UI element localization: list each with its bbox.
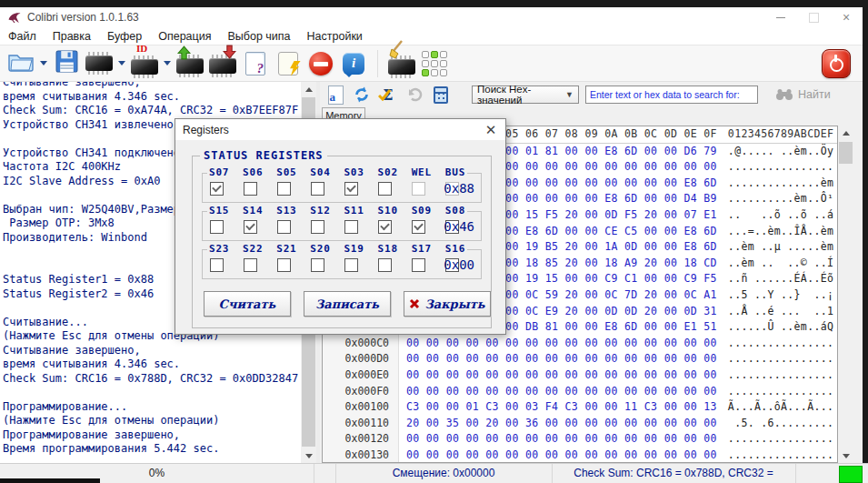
maximize-button[interactable] bbox=[797, 7, 830, 27]
test-button[interactable] bbox=[419, 46, 450, 81]
hex-ascii[interactable]: ......Û ..èm..áQ bbox=[717, 319, 833, 336]
hex-ascii[interactable]: Ã...Ã..ôÃ...Ã... bbox=[717, 399, 833, 416]
hex-ascii[interactable]: ................ bbox=[717, 431, 833, 448]
stop-button[interactable] bbox=[305, 46, 336, 81]
hex-ascii[interactable]: ..5 ..Y ..} ..¡ bbox=[717, 287, 833, 304]
dialog-close-icon[interactable]: ✕ bbox=[476, 119, 505, 140]
hex-bytes[interactable]: 00 00 00 00 00 00 00 00 00 00 00 00 00 0… bbox=[399, 431, 717, 448]
checkbox-s17[interactable] bbox=[412, 258, 425, 272]
hex-bytes[interactable]: 00 00 00 00 00 00 00 00 00 00 00 00 00 0… bbox=[399, 367, 717, 384]
script-button[interactable] bbox=[273, 46, 304, 81]
checkbox-s02[interactable] bbox=[378, 182, 392, 196]
scroll-down-icon[interactable] bbox=[838, 448, 853, 463]
chip-select-button[interactable] bbox=[84, 46, 115, 81]
hex-bytes[interactable]: 20 00 35 00 20 00 36 00 00 00 00 00 00 0… bbox=[399, 416, 717, 432]
erase-chip-button[interactable] bbox=[386, 43, 417, 84]
hex-ascii[interactable]: ................ bbox=[717, 336, 833, 352]
find-label: Найти bbox=[798, 88, 831, 101]
hex-ascii[interactable]: ..èm .. ..© ..Í bbox=[717, 256, 833, 272]
hex-ascii[interactable]: ..........èm..Ô¹ bbox=[717, 191, 833, 207]
checkbox-s03[interactable] bbox=[344, 182, 358, 196]
save-file-button[interactable] bbox=[51, 46, 82, 81]
hex-ascii[interactable]: ...=..èm..ÎÅ..èm bbox=[717, 224, 833, 240]
checkbox-s07[interactable] bbox=[210, 182, 224, 196]
hex-ascii[interactable]: ................ bbox=[717, 351, 833, 367]
hex-bytes[interactable]: 00 00 00 00 00 00 00 00 00 00 00 00 00 0… bbox=[399, 351, 717, 367]
scroll-up-icon[interactable] bbox=[838, 126, 853, 140]
hex-ascii[interactable]: .. ..õ ..õ ..á bbox=[717, 207, 833, 224]
power-icon bbox=[822, 49, 851, 78]
hex-ascii[interactable]: ................ bbox=[717, 448, 833, 463]
green-up-arrow-icon bbox=[176, 45, 192, 61]
menu-item-4[interactable]: Выбор чипа bbox=[219, 28, 298, 45]
checkbox-s11[interactable] bbox=[344, 220, 358, 234]
read-id-button[interactable]: ID bbox=[129, 43, 160, 85]
scroll-down-icon[interactable] bbox=[301, 448, 316, 463]
checkbox-s13[interactable] bbox=[277, 220, 291, 234]
checkbox-s09[interactable] bbox=[412, 220, 425, 234]
write-chip-button[interactable] bbox=[207, 44, 238, 84]
refresh-button[interactable] bbox=[352, 85, 372, 105]
checkbox-s10[interactable] bbox=[378, 220, 392, 234]
chip-select-dropdown[interactable] bbox=[116, 46, 127, 81]
hex-bytes[interactable]: 00 00 00 00 00 00 00 00 00 00 00 00 00 0… bbox=[399, 336, 717, 352]
checkbox-s12[interactable] bbox=[311, 220, 324, 234]
hex-ascii[interactable]: .5. .6......... bbox=[717, 416, 833, 432]
checkbox-s23[interactable] bbox=[210, 258, 224, 272]
checkbox-s19[interactable] bbox=[344, 258, 358, 272]
checkbox-s20[interactable] bbox=[311, 258, 324, 272]
info-button[interactable]: i bbox=[338, 46, 369, 81]
menu-item-3[interactable]: Операция bbox=[150, 28, 219, 45]
menu-item-1[interactable]: Правка bbox=[45, 28, 99, 45]
checkbox-s18[interactable] bbox=[378, 258, 392, 272]
checksum-button[interactable]: Σ bbox=[378, 85, 398, 105]
calculator-button[interactable] bbox=[431, 85, 451, 105]
hex-ascii[interactable]: .@..... ..èm..Öy bbox=[717, 144, 833, 160]
hex-ascii[interactable]: ................ bbox=[717, 159, 833, 176]
menu-item-0[interactable]: Файл bbox=[0, 28, 45, 45]
checkbox-slot bbox=[378, 182, 412, 199]
hex-ascii[interactable]: ..Å ..é ... ..1 bbox=[717, 304, 833, 320]
register-value: 0x46 bbox=[444, 219, 474, 234]
read-registers-button[interactable]: Считать bbox=[204, 291, 291, 317]
hex-bytes[interactable]: C3 00 00 01 C3 00 03 F4 C3 00 00 11 C3 0… bbox=[399, 399, 717, 416]
checkbox-s05[interactable] bbox=[277, 182, 291, 196]
hex-bytes[interactable]: 00 00 00 00 00 00 00 00 00 00 00 00 00 0… bbox=[399, 448, 717, 463]
checkbox-s14[interactable] bbox=[244, 220, 257, 234]
checkbox-s22[interactable] bbox=[244, 258, 257, 272]
scrollbar-thumb[interactable] bbox=[839, 142, 853, 164]
checkbox-s15[interactable] bbox=[210, 220, 224, 234]
close-dialog-button[interactable]: Закрыть bbox=[404, 291, 491, 317]
search-type-dropdown[interactable]: Поиск Hex-значений ▼ bbox=[472, 86, 579, 104]
chip-id-label: ID bbox=[136, 43, 147, 54]
menu-item-5[interactable]: Настройки bbox=[299, 28, 371, 45]
dialog-title-bar[interactable]: Registers ✕ bbox=[175, 119, 505, 140]
minimize-button[interactable] bbox=[764, 7, 797, 27]
read-id-dropdown[interactable] bbox=[162, 46, 173, 81]
checkbox-s04[interactable] bbox=[311, 182, 324, 196]
close-button[interactable]: × bbox=[830, 7, 863, 27]
verify-button[interactable]: ? bbox=[240, 46, 271, 81]
open-file-dropdown[interactable] bbox=[38, 46, 49, 81]
search-input[interactable] bbox=[585, 86, 758, 104]
hex-ascii[interactable]: ..èm ..µ .....èm bbox=[717, 239, 833, 256]
hex-ascii[interactable]: ..ñ ......ÉÁ..Éõ bbox=[717, 271, 833, 287]
log-line: Считывание завершено, bbox=[3, 82, 301, 90]
scroll-up-icon[interactable] bbox=[301, 82, 316, 96]
hex-ascii[interactable]: ..............èm bbox=[717, 176, 833, 192]
open-file-button[interactable] bbox=[5, 46, 36, 81]
hex-bytes[interactable]: 00 00 00 00 00 00 00 00 00 00 00 00 00 0… bbox=[399, 384, 717, 400]
checkbox-s21[interactable] bbox=[277, 258, 291, 272]
read-chip-button[interactable] bbox=[175, 44, 205, 84]
hex-ascii[interactable]: ................ bbox=[717, 367, 833, 384]
undo-disabled-icon bbox=[406, 86, 423, 103]
power-button[interactable] bbox=[821, 46, 852, 81]
encoding-button[interactable]: a bbox=[325, 85, 345, 105]
chip-icon bbox=[388, 59, 415, 75]
binoculars-icon bbox=[775, 88, 793, 101]
stop-sign-icon bbox=[309, 52, 333, 75]
hex-scrollbar[interactable] bbox=[838, 126, 853, 463]
checkbox-s06[interactable] bbox=[244, 182, 257, 196]
hex-ascii[interactable]: ................ bbox=[717, 384, 833, 400]
write-registers-button[interactable]: Записать bbox=[304, 291, 391, 317]
